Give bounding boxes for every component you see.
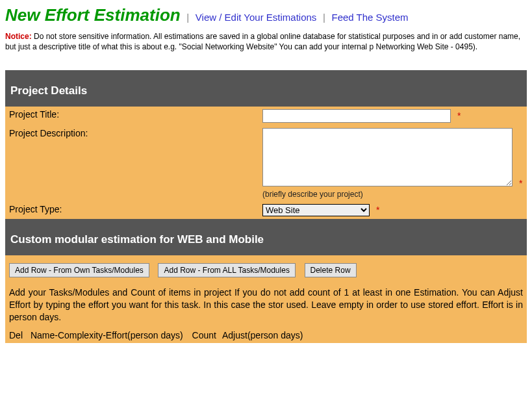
separator: | bbox=[186, 12, 189, 23]
col-name: Name-Complexity-Effort(person days) bbox=[31, 330, 183, 340]
module-button-row: Add Row - From Own Tasks/Modules Add Row… bbox=[5, 255, 527, 284]
header: New Effort Estimation | View / Edit Your… bbox=[5, 5, 527, 25]
separator: | bbox=[323, 12, 325, 23]
module-description: Add your Tasks/Modules and Count of item… bbox=[5, 284, 527, 330]
add-row-all-button[interactable]: Add Row - From ALL Tasks/Modules bbox=[158, 263, 295, 277]
col-del: Del bbox=[9, 330, 23, 340]
col-count: Count bbox=[192, 330, 216, 340]
section-project-details: Project Details bbox=[5, 70, 527, 107]
add-row-own-button[interactable]: Add Row - From Own Tasks/Modules bbox=[9, 263, 149, 277]
project-type-label: Project Type: bbox=[5, 201, 259, 219]
notice-text: Do not store sensitive information. All … bbox=[5, 32, 520, 51]
col-adjust: Adjust(person days) bbox=[222, 330, 303, 340]
project-description-input[interactable] bbox=[262, 128, 513, 186]
required-mark: * bbox=[519, 178, 522, 188]
project-title-input[interactable] bbox=[262, 109, 451, 123]
project-description-hint: (briefly describe your project) bbox=[262, 190, 523, 199]
column-headers: Del Name-Complexity-Effort(person days) … bbox=[5, 330, 527, 343]
notice: Notice: Do not store sensitive informati… bbox=[5, 32, 527, 52]
feed-system-link[interactable]: Feed The System bbox=[331, 12, 408, 23]
page-title: New Effort Estimation bbox=[5, 5, 181, 25]
project-description-label: Project Description: bbox=[5, 125, 259, 201]
project-details-form: Project Title: * Project Description: * … bbox=[5, 107, 527, 219]
section-custom-modular: Custom modular estimation for WEB and Mo… bbox=[5, 219, 527, 255]
project-title-label: Project Title: bbox=[5, 107, 259, 125]
delete-row-button[interactable]: Delete Row bbox=[305, 263, 357, 277]
required-mark: * bbox=[457, 110, 461, 121]
view-edit-link[interactable]: View / Edit Your Estimations bbox=[196, 12, 317, 23]
required-mark: * bbox=[376, 205, 379, 215]
notice-label: Notice: bbox=[5, 32, 32, 41]
project-type-select[interactable]: Web Site bbox=[262, 204, 370, 216]
